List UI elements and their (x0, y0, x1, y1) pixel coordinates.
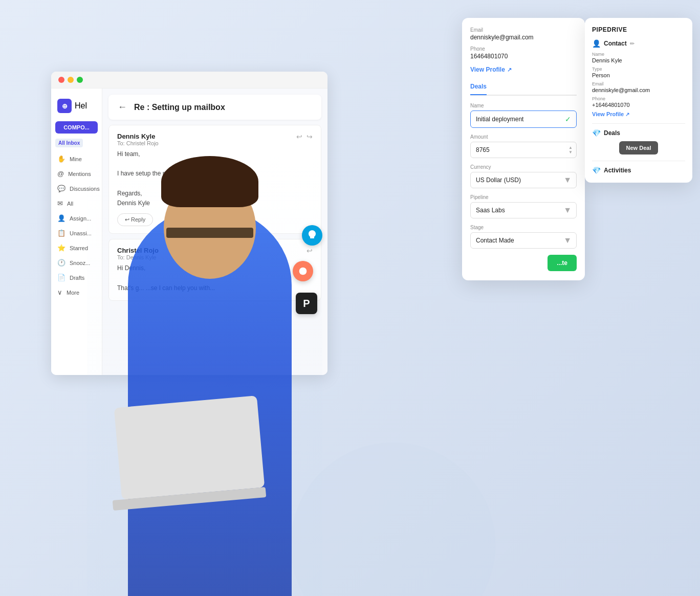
pd-deals-section: 💎 Deals New Deal (592, 129, 685, 154)
sidebar-item-mentions[interactable]: @ Mentions (51, 166, 102, 181)
deals-tab-bar: Deals (470, 81, 577, 96)
pd-view-profile-link[interactable]: View Profile ↗ (592, 111, 685, 117)
minimize-button[interactable] (68, 77, 74, 83)
deal-name-input[interactable]: Initial deployment ✓ (470, 111, 577, 128)
recipient-1: To: Christel Rojo (117, 140, 159, 146)
drafts-icon: 📄 (57, 274, 65, 281)
pd-type-value: Person (592, 72, 685, 78)
name-field-label: Name (470, 103, 577, 108)
new-deal-button[interactable]: New Deal (619, 141, 659, 154)
pd-phone-value: +16464801070 (592, 102, 685, 108)
mentions-icon: @ (57, 170, 64, 178)
pipedrive-badge-icon: P (296, 293, 317, 314)
currency-field-label: Currency (470, 164, 577, 170)
sender-name-1: Dennis Kyle (117, 133, 159, 140)
email-message-1: Dennis Kyle To: Christel Rojo ↩ ↪ Hi tea… (108, 125, 321, 234)
pd-external-link-icon: ↗ (625, 112, 629, 117)
sidebar-item-all[interactable]: ✉ All (51, 196, 102, 211)
phone-field-value: 16464801070 (470, 53, 577, 60)
tab-deals[interactable]: Deals (470, 83, 487, 95)
sidebar-label-more: More (67, 290, 79, 296)
forward-icon[interactable]: ↪ (307, 133, 313, 141)
view-profile-link[interactable]: View Profile ↗ (470, 66, 577, 73)
pd-deals-diamond-icon: 💎 (592, 129, 601, 137)
reply-icon[interactable]: ↩ (296, 133, 302, 141)
crm-deal-panel: Email denniskyle@gmail.com Phone 1646480… (462, 18, 585, 280)
amount-field-label: Amount (470, 134, 577, 140)
recipient-2: To: Dennis Kyle (117, 254, 159, 260)
spinner-down-icon[interactable]: ▼ (568, 150, 573, 154)
contact-section: 👤 Contact ✏ Name Dennis Kyle Type Person… (592, 39, 685, 117)
svg-point-0 (299, 268, 307, 275)
back-arrow-icon[interactable]: ← (118, 102, 127, 113)
email-field-value: denniskyle@gmail.com (470, 34, 577, 41)
assigned-icon: 👤 (57, 214, 65, 222)
divider-2 (592, 161, 685, 161)
edit-contact-icon[interactable]: ✏ (630, 40, 635, 47)
sidebar-item-more[interactable]: ∨ More (51, 285, 102, 300)
snoozed-icon: 🕐 (57, 259, 65, 267)
inbox-tab-bar: All Inbox (51, 139, 102, 147)
mine-icon: ✋ (57, 155, 65, 163)
stage-field-label: Stage (470, 225, 577, 230)
sidebar-item-mine[interactable]: ✋ Mine (51, 151, 102, 166)
create-deal-button[interactable]: ...te (548, 255, 577, 271)
amount-spinner[interactable]: ▲ ▼ (568, 146, 573, 154)
reply-icon-2[interactable]: ↩ (307, 247, 313, 255)
pd-name-value: Dennis Kyle (592, 57, 685, 63)
pd-activities-section: 💎 Activities (592, 166, 685, 174)
email-message-2: Christel Rojo To: Dennis Kyle ↩ Hi Denni… (108, 239, 321, 301)
contact-section-title: Contact (604, 40, 627, 47)
window-controls (51, 72, 327, 89)
reply-button[interactable]: ↩ Reply (117, 213, 153, 226)
spinner-up-icon[interactable]: ▲ (568, 146, 573, 150)
message-actions-1: ↩ ↪ (296, 133, 313, 141)
external-link-icon: ↗ (507, 67, 512, 73)
message-actions-2: ↩ (307, 247, 313, 255)
currency-select[interactable]: US Dollar (USD) (470, 172, 577, 188)
sidebar-label-assigned: Assign... (70, 215, 91, 222)
starred-icon: ⭐ (57, 244, 65, 252)
sidebar-label-mine: Mine (70, 156, 82, 162)
pipeline-select-wrapper: Saas Labs ▼ (470, 202, 577, 218)
email-field-label: Email (470, 27, 577, 33)
divider-1 (592, 123, 685, 124)
pd-deals-header: 💎 Deals (592, 129, 685, 137)
amount-input-wrapper: ▲ ▼ (470, 142, 577, 158)
tab-all-inbox[interactable]: All Inbox (55, 139, 83, 147)
sidebar-label-snoozed: Snooz... (70, 260, 90, 266)
sidebar-label-mentions: Mentions (68, 171, 91, 177)
sidebar-item-drafts[interactable]: 📄 Drafts (51, 270, 102, 285)
phone-field-label: Phone (470, 46, 577, 52)
contact-section-header: 👤 Contact ✏ (592, 39, 685, 48)
pd-email-value: denniskyle@gmail.com (592, 87, 685, 93)
sidebar-label-discussions: Discussions (70, 186, 100, 192)
email-client-window: ⊕ Hel COMPO... All Inbox ✋ Mine @ Mentio… (51, 72, 327, 375)
sidebar-item-starred[interactable]: ⭐ Starred (51, 240, 102, 255)
pipeline-field-label: Pipeline (470, 194, 577, 200)
logo-icon: ⊕ (57, 99, 72, 113)
amount-input[interactable] (470, 142, 577, 158)
stage-select[interactable]: Contact Made (470, 232, 577, 249)
pipeline-select[interactable]: Saas Labs (470, 202, 577, 218)
pd-email-label: Email (592, 81, 685, 86)
pd-deals-title: Deals (604, 129, 620, 137)
currency-select-wrapper: US Dollar (USD) ▼ (470, 172, 577, 188)
sidebar-label-unassigned: Unassi... (70, 230, 92, 236)
pd-activities-title: Activities (604, 167, 631, 174)
stage-select-wrapper: Contact Made ▼ (470, 232, 577, 249)
logo-text: Hel (75, 101, 87, 111)
maximize-button[interactable] (77, 77, 83, 83)
sidebar-label-drafts: Drafts (70, 275, 84, 281)
sidebar-item-assigned[interactable]: 👤 Assign... (51, 211, 102, 226)
sidebar-item-discussions[interactable]: 💬 Discussions (51, 181, 102, 196)
compose-button[interactable]: COMPO... (55, 121, 98, 134)
pd-activities-header: 💎 Activities (592, 166, 685, 174)
pd-activities-diamond-icon: 💎 (592, 166, 601, 174)
more-icon: ∨ (57, 289, 62, 296)
sidebar-item-unassigned[interactable]: 📋 Unassi... (51, 226, 102, 240)
message-body-1: Hi team, I have setup the mailbox no... … (117, 149, 313, 208)
message-body-2: Hi Dennis, That's g... ...se I can help … (117, 263, 313, 293)
sidebar-item-snoozed[interactable]: 🕐 Snooz... (51, 255, 102, 270)
close-button[interactable] (58, 77, 64, 83)
